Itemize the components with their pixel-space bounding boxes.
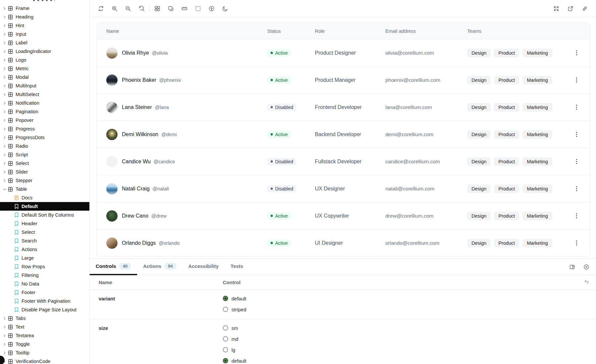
user-role: Frontend Developer (315, 104, 385, 110)
outline-button[interactable] (195, 5, 201, 12)
sidebar-story-item[interactable]: Default Sort By Columns (0, 211, 89, 219)
user-email: phoenix@corellium.com (385, 77, 467, 83)
sidebar-story-item[interactable]: Header (0, 219, 89, 228)
chevron-right-icon (3, 128, 7, 130)
sidebar-item-heading[interactable]: Heading (0, 13, 89, 21)
remount-button[interactable] (98, 5, 104, 12)
accessibility-button[interactable] (208, 5, 215, 12)
sidebar-item-pagination[interactable]: Pagination (0, 107, 89, 116)
component-grid-icon (8, 127, 13, 131)
sidebar-item-table[interactable]: Table (0, 185, 89, 193)
radio-option[interactable]: md (223, 335, 596, 342)
radio-option[interactable]: default (223, 295, 596, 302)
radio-option[interactable]: sm (223, 324, 596, 332)
sidebar-item-multiinput[interactable]: MultiInput (0, 81, 89, 90)
measure-button[interactable] (181, 5, 188, 12)
sidebar-item-tabs[interactable]: Tabs (0, 314, 89, 323)
sidebar-item-loadingindicator[interactable]: LoadingIndicator (0, 47, 89, 56)
sidebar-item-toggle[interactable]: Toggle (0, 340, 89, 348)
row-actions-button[interactable] (572, 157, 581, 166)
panel-position-button[interactable] (569, 264, 575, 270)
sidebar-story-item[interactable]: No Data (0, 280, 89, 288)
row-actions-button[interactable] (572, 238, 581, 248)
open-new-tab-button[interactable] (567, 5, 574, 12)
preview-table: Name Status Role Email address Teams Oli… (97, 23, 590, 257)
sidebar-story-item[interactable]: Footer (0, 288, 89, 297)
radio-icon[interactable] (223, 358, 228, 363)
sidebar-item-frame[interactable]: Frame (0, 4, 89, 13)
sidebar-item-notification[interactable]: Notification (0, 99, 89, 107)
sidebar-item-stepper[interactable]: Stepper (0, 176, 89, 185)
sidebar-story-item[interactable]: Search (0, 236, 89, 245)
tab-accessibility[interactable]: Accessibility (182, 259, 225, 275)
row-actions-button[interactable] (572, 211, 581, 221)
sidebar-story-item[interactable]: Actions (0, 245, 89, 254)
zoom-reset-button[interactable] (138, 5, 145, 12)
preview-table-header: Name Status Role Email address Teams (97, 23, 590, 39)
sidebar-item-progressdots[interactable]: ProgressDots (0, 133, 89, 142)
row-actions-button[interactable] (572, 48, 581, 58)
backgrounds-button[interactable] (168, 5, 174, 12)
sidebar-story-item[interactable]: Default (0, 202, 89, 211)
sidebar-item-verificationcode[interactable]: VerificationCode (0, 357, 89, 364)
status-label: Disabled (275, 186, 293, 191)
zoom-out-button[interactable] (125, 5, 131, 12)
reset-controls-button[interactable] (583, 279, 590, 286)
sidebar-item-hint[interactable]: Hint (0, 21, 89, 30)
sidebar-item-input[interactable]: Input (0, 30, 89, 38)
tab-tests[interactable]: Tests (224, 259, 249, 275)
radio-icon[interactable] (223, 336, 228, 341)
status-label: Active (275, 78, 288, 83)
sidebar-story-item[interactable]: Select (0, 228, 89, 236)
sidebar-item-tooltip[interactable]: Tooltip (0, 348, 89, 357)
zoom-in-button[interactable] (111, 5, 118, 12)
row-actions-button[interactable] (572, 103, 581, 112)
radio-icon[interactable] (223, 325, 228, 331)
row-actions-button[interactable] (572, 76, 581, 85)
user-email: natali@corellium.com (385, 186, 467, 192)
sidebar-story-item[interactable]: Disable Page Size Layout (0, 305, 89, 314)
tab-controls[interactable]: Controls 40 (90, 259, 137, 275)
sidebar-item-logo[interactable]: Logo (0, 56, 89, 64)
sidebar-docs-item[interactable]: Docs (0, 193, 89, 202)
bookmark-icon (15, 282, 19, 286)
sidebar-story-item[interactable]: Footer With Pagination (0, 297, 89, 305)
row-actions-button[interactable] (572, 130, 581, 139)
sidebar-item-metric[interactable]: Metric (0, 64, 89, 73)
sidebar-item-textarea[interactable]: Textarea (0, 331, 89, 340)
radio-icon[interactable] (223, 296, 228, 301)
sidebar-story-item[interactable]: Filtering (0, 271, 89, 280)
sidebar-story-item[interactable]: Row Props (0, 262, 89, 271)
teams-cell: DesignProductMarketing (467, 157, 563, 166)
sidebar-item-label[interactable]: Label (0, 38, 89, 47)
row-actions-button[interactable] (572, 184, 581, 193)
copy-link-button[interactable] (581, 5, 588, 12)
docs-icon (15, 195, 19, 200)
tab-actions[interactable]: Actions 94 (137, 259, 182, 275)
radio-option[interactable]: lg (223, 346, 596, 353)
sidebar-story-item[interactable]: Large (0, 254, 89, 262)
sidebar-item-multiselect[interactable]: MultiSelect (0, 90, 89, 99)
bookmark-icon (15, 273, 19, 278)
chevron-right-icon (3, 162, 7, 165)
sidebar-item-slider[interactable]: Slider (0, 168, 89, 176)
radio-icon[interactable] (223, 307, 228, 312)
toolbar-left-group (98, 5, 145, 12)
addon-panel: Controls 40 Actions 94 Accessibility Tes… (90, 258, 596, 364)
chevron-right-icon (3, 93, 7, 96)
dark-mode-button[interactable] (222, 5, 228, 12)
sidebar-item-popover[interactable]: Popover (0, 116, 89, 125)
radio-option[interactable]: default (223, 357, 596, 364)
sidebar-item-text[interactable]: Text (0, 323, 89, 331)
sidebar-item-script[interactable]: Script (0, 150, 89, 159)
radio-icon[interactable] (223, 347, 228, 352)
sidebar-item-modal[interactable]: Modal (0, 73, 89, 81)
radio-option[interactable]: striped (223, 306, 596, 313)
grid-toggle-button[interactable] (154, 5, 161, 12)
close-panel-button[interactable] (583, 264, 590, 270)
fullscreen-button[interactable] (553, 5, 560, 12)
sidebar-item-select[interactable]: Select (0, 159, 89, 168)
chevron-right-icon (3, 33, 7, 36)
sidebar-item-radio[interactable]: Radio (0, 142, 89, 150)
sidebar-item-progress[interactable]: Progress (0, 125, 89, 133)
